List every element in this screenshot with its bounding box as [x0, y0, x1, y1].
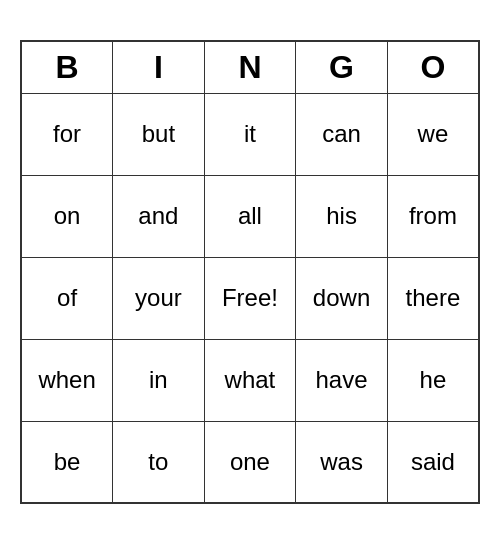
bingo-cell-4-2: one — [204, 421, 296, 503]
bingo-cell-0-2: it — [204, 93, 296, 175]
bingo-header-row: BINGO — [21, 41, 479, 93]
header-col-i: I — [113, 41, 205, 93]
bingo-cell-2-2: Free! — [204, 257, 296, 339]
bingo-cell-0-0: for — [21, 93, 113, 175]
bingo-cell-4-3: was — [296, 421, 388, 503]
bingo-cell-4-0: be — [21, 421, 113, 503]
bingo-row-0: forbutitcanwe — [21, 93, 479, 175]
bingo-cell-0-3: can — [296, 93, 388, 175]
bingo-row-1: onandallhisfrom — [21, 175, 479, 257]
bingo-cell-4-4: said — [387, 421, 479, 503]
bingo-row-2: ofyourFree!downthere — [21, 257, 479, 339]
bingo-cell-3-2: what — [204, 339, 296, 421]
bingo-card: BINGO forbutitcanweonandallhisfromofyour… — [20, 40, 480, 504]
header-col-o: O — [387, 41, 479, 93]
bingo-cell-2-1: your — [113, 257, 205, 339]
header-col-g: G — [296, 41, 388, 93]
bingo-row-3: wheninwhathavehe — [21, 339, 479, 421]
bingo-cell-0-4: we — [387, 93, 479, 175]
bingo-cell-1-3: his — [296, 175, 388, 257]
bingo-cell-1-2: all — [204, 175, 296, 257]
bingo-cell-3-4: he — [387, 339, 479, 421]
header-col-n: N — [204, 41, 296, 93]
bingo-cell-3-1: in — [113, 339, 205, 421]
bingo-cell-1-1: and — [113, 175, 205, 257]
bingo-cell-4-1: to — [113, 421, 205, 503]
bingo-cell-1-4: from — [387, 175, 479, 257]
header-col-b: B — [21, 41, 113, 93]
bingo-cell-1-0: on — [21, 175, 113, 257]
bingo-cell-3-0: when — [21, 339, 113, 421]
bingo-row-4: betoonewassaid — [21, 421, 479, 503]
bingo-cell-2-0: of — [21, 257, 113, 339]
bingo-cell-2-4: there — [387, 257, 479, 339]
bingo-cell-2-3: down — [296, 257, 388, 339]
bingo-cell-3-3: have — [296, 339, 388, 421]
bingo-cell-0-1: but — [113, 93, 205, 175]
